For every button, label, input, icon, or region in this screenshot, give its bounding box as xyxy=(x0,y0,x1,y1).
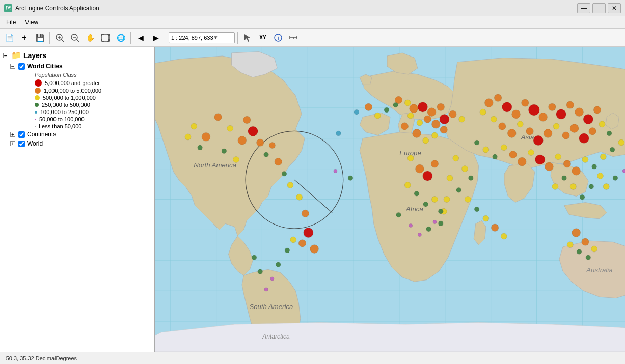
svg-text:Australia: Australia xyxy=(586,266,612,274)
world-cities-checkbox[interactable] xyxy=(18,63,25,70)
close-button[interactable]: ✕ xyxy=(608,3,621,13)
svg-point-183 xyxy=(491,224,498,231)
svg-point-120 xyxy=(494,94,501,101)
zoom-out-button[interactable] xyxy=(68,31,82,45)
scale-dropdown-arrow[interactable]: ▼ xyxy=(213,35,219,40)
legend-title: Population Class xyxy=(35,72,154,78)
continents-checkbox[interactable] xyxy=(18,131,25,138)
save-button[interactable]: 💾 xyxy=(33,31,47,45)
svg-point-196 xyxy=(622,169,625,173)
legend-item: 5,000,000 and greater xyxy=(35,79,154,87)
scale-selector[interactable]: 1 : 224, 897, 633 ▼ xyxy=(169,32,235,43)
svg-point-103 xyxy=(431,132,438,138)
legend-circle xyxy=(35,126,36,127)
svg-point-139 xyxy=(544,129,552,138)
svg-text:South America: South America xyxy=(249,303,293,311)
svg-point-137 xyxy=(526,128,533,135)
legend-label: 100,000 to 250,000 xyxy=(40,109,89,115)
toc-layer-world-cities: − World Cities Population Class 5,000,00… xyxy=(0,62,154,130)
svg-point-112 xyxy=(431,197,438,203)
svg-point-172 xyxy=(334,169,337,173)
status-bar: -50.3, 35.32 DecimalDegrees xyxy=(0,352,625,364)
legend-circle xyxy=(35,111,37,114)
svg-point-128 xyxy=(566,101,574,108)
svg-point-192 xyxy=(589,184,594,189)
app-icon: 🗺 xyxy=(4,4,12,12)
minimize-button[interactable]: — xyxy=(577,3,590,13)
pan-button[interactable]: ✋ xyxy=(83,31,97,45)
window-controls[interactable]: — □ ✕ xyxy=(577,3,621,13)
svg-point-182 xyxy=(483,215,489,221)
svg-point-85 xyxy=(410,104,418,113)
svg-marker-16 xyxy=(244,34,250,42)
select-tool-button[interactable] xyxy=(240,31,255,45)
svg-point-174 xyxy=(348,176,353,181)
maximize-button[interactable]: □ xyxy=(592,3,606,13)
map-area[interactable]: North America South America Europe Afric… xyxy=(155,47,625,352)
world-checkbox[interactable] xyxy=(18,141,25,147)
layers-folder-icon: 📁 xyxy=(11,50,21,60)
svg-point-71 xyxy=(296,194,303,200)
svg-point-162 xyxy=(610,147,615,152)
svg-point-68 xyxy=(275,158,282,165)
toolbar: 📄 + 💾 ✋ 🌐 ◀ ▶ 1 : 224, 897, 633 ▼ XY i xyxy=(0,29,625,47)
svg-point-156 xyxy=(555,154,561,160)
svg-point-118 xyxy=(439,221,444,226)
continents-expand[interactable]: + xyxy=(10,132,15,137)
svg-point-105 xyxy=(407,155,414,161)
svg-point-138 xyxy=(533,135,543,145)
svg-point-157 xyxy=(563,160,570,167)
world-cities-collapse[interactable]: − xyxy=(10,64,15,69)
legend-label: 5,000,000 and greater xyxy=(45,80,100,86)
svg-text:Asia: Asia xyxy=(521,133,534,141)
back-button[interactable]: ◀ xyxy=(133,31,148,45)
svg-point-143 xyxy=(579,133,589,143)
svg-point-133 xyxy=(491,116,497,122)
svg-point-180 xyxy=(465,197,471,203)
svg-point-95 xyxy=(459,116,465,122)
world-extent-button[interactable]: 🌐 xyxy=(114,31,128,45)
world-label: World xyxy=(27,140,43,147)
svg-point-190 xyxy=(570,183,576,189)
map-svg: North America South America Europe Afric… xyxy=(155,47,625,352)
svg-point-151 xyxy=(509,151,517,158)
svg-point-189 xyxy=(562,176,567,181)
svg-point-115 xyxy=(409,223,413,227)
svg-point-171 xyxy=(354,109,359,115)
menu-view[interactable]: View xyxy=(21,18,42,27)
svg-point-73 xyxy=(304,228,313,237)
svg-point-70 xyxy=(287,182,293,188)
toc-layer-item-world-cities: − World Cities xyxy=(8,62,154,71)
legend-label: 50,000 to 100,000 xyxy=(39,116,85,122)
svg-point-167 xyxy=(577,249,582,255)
svg-point-173 xyxy=(336,131,341,136)
svg-point-147 xyxy=(474,140,479,145)
full-extent-button[interactable] xyxy=(98,31,113,45)
identify-button[interactable]: i xyxy=(271,31,285,45)
svg-point-181 xyxy=(474,207,479,212)
svg-point-80 xyxy=(264,288,268,291)
add-layer-button[interactable]: + xyxy=(17,31,32,45)
new-button[interactable]: 📄 xyxy=(2,31,16,45)
xy-button[interactable]: XY xyxy=(256,31,270,45)
measure-button[interactable] xyxy=(286,31,301,45)
svg-point-168 xyxy=(567,242,573,248)
toc-root: − 📁 Layers xyxy=(0,49,154,62)
svg-point-109 xyxy=(404,182,411,188)
svg-point-152 xyxy=(518,157,526,166)
svg-point-77 xyxy=(285,248,290,253)
svg-point-97 xyxy=(384,107,389,113)
toc-root-collapse[interactable]: − xyxy=(3,53,8,58)
toc-layer-world: + World xyxy=(0,139,154,148)
svg-point-56 xyxy=(202,133,210,142)
svg-point-155 xyxy=(545,162,554,171)
svg-point-75 xyxy=(298,240,306,247)
menu-bar: File View xyxy=(0,16,625,29)
svg-point-126 xyxy=(549,103,556,110)
svg-point-63 xyxy=(198,145,203,150)
world-expand[interactable]: + xyxy=(10,141,15,146)
forward-button[interactable]: ▶ xyxy=(149,31,163,45)
zoom-in-button[interactable] xyxy=(52,31,67,45)
svg-point-78 xyxy=(276,262,281,267)
menu-file[interactable]: File xyxy=(2,18,20,27)
